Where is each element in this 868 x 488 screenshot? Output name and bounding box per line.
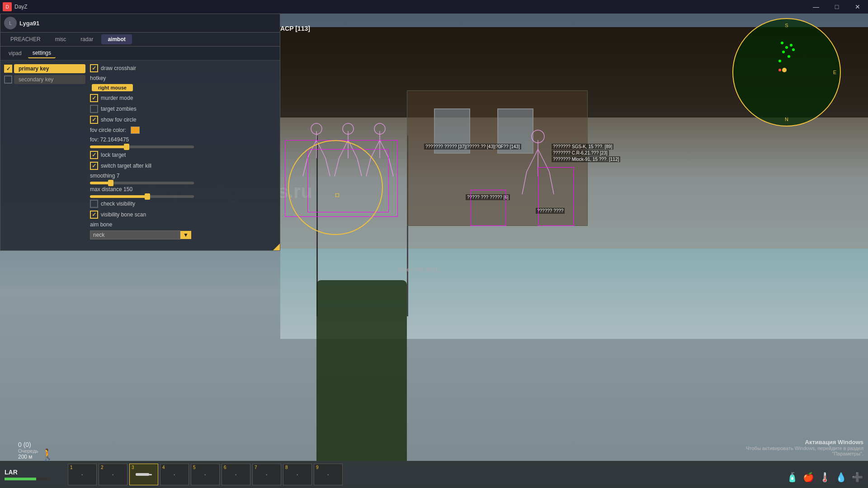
murder-mode-checkbox[interactable]: [90, 94, 98, 102]
key-column: primary key secondary key: [4, 64, 85, 242]
minimap-dot-7: [778, 60, 781, 62]
esp-box-3: [470, 190, 506, 226]
minimap-dot-1: [781, 42, 783, 44]
queue-value: 200 м: [18, 454, 38, 460]
hotkey-value-row: right mouse: [90, 84, 276, 91]
slot-number-9: 9: [316, 465, 319, 470]
esp-label-2: ??????? SGS-K, 15 ???. [89]: [552, 144, 613, 150]
sub-tab-bar: vipad settings: [0, 47, 280, 61]
target-zombies-label: target zombies: [101, 106, 137, 112]
max-distance-row: max distance 150: [90, 186, 276, 192]
tab-radar[interactable]: radar: [74, 34, 99, 44]
slot-number-5: 5: [193, 465, 196, 470]
weapon-slot-6[interactable]: 6 ▪: [222, 464, 250, 485]
smoothing-label: smoothing 7: [90, 173, 119, 179]
sub-tab-settings[interactable]: settings: [28, 48, 56, 58]
minimap-east-label: E: [833, 70, 836, 75]
aim-bone-label: aim bone: [90, 221, 112, 228]
health-icon: ➕: [851, 471, 863, 483]
aim-bone-select[interactable]: neck: [90, 230, 180, 239]
titlebar-controls: — □ ✕: [806, 0, 868, 14]
draw-crosshair-checkbox[interactable]: [90, 64, 98, 72]
avatar: L: [4, 17, 17, 29]
tab-preacher[interactable]: PREACHER: [4, 34, 47, 44]
hud-weapon-label: ACP [113]: [280, 25, 310, 32]
primary-key-checkbox[interactable]: [4, 65, 12, 73]
minimize-button[interactable]: —: [806, 0, 826, 14]
lock-target-label: lock target: [101, 152, 126, 158]
show-fov-checkbox[interactable]: [90, 116, 98, 124]
esp-label-4: ??????? Mlock-91, 15 ???. [112]: [552, 156, 620, 162]
minimap-dot-6: [792, 48, 795, 51]
weapon-slot-3[interactable]: 3: [129, 464, 158, 485]
aim-bone-dropdown-button[interactable]: ▼: [180, 231, 191, 239]
weapon-slot-1[interactable]: 1 ▪: [68, 464, 97, 485]
aim-bone-select-row: neck ▼: [90, 230, 276, 239]
character-icon: 🚶: [41, 448, 54, 461]
health-bar: [5, 478, 50, 480]
hotkey-button[interactable]: right mouse: [92, 84, 133, 91]
secondary-key-checkbox[interactable]: [4, 75, 12, 84]
slot-number-8: 8: [285, 465, 288, 470]
esp-box-2: [307, 149, 389, 212]
hotkey-row: hotkey: [90, 75, 276, 81]
weapon-slot-9[interactable]: 9 ▪: [314, 464, 343, 485]
weapon-slot-5[interactable]: 5 ▪: [191, 464, 220, 485]
slot-number-3: 3: [132, 465, 134, 470]
show-fov-label: show fov circle: [101, 117, 137, 123]
smoothing-row: smoothing 7: [90, 173, 276, 179]
visibility-bone-scan-checkbox[interactable]: [90, 211, 98, 219]
slot-number-4: 4: [162, 465, 165, 470]
max-distance-slider[interactable]: [90, 195, 194, 198]
switch-target-row: switch target after kill: [90, 162, 276, 170]
target-zombies-row: target zombies: [90, 105, 276, 113]
target-zombies-checkbox[interactable]: [90, 105, 98, 113]
queue-label: Очередь: [18, 448, 38, 454]
smoothing-slider[interactable]: [90, 182, 194, 184]
titlebar-title: DayZ: [14, 4, 806, 10]
ammo-count: 0 (0): [18, 441, 38, 448]
weapon-slot-8[interactable]: 8 ▪: [283, 464, 312, 485]
fov-value-row: fov: 72.1649475: [90, 136, 276, 143]
bottom-hud: LAR 1 ▪ 2 ▪ 3 4 ▪ 5 ▪: [0, 461, 868, 488]
minimap-north-label: S: [785, 23, 788, 28]
weapon-slots: 1 ▪ 2 ▪ 3 4 ▪ 5 ▪ 6 ▪ 7 ▪: [68, 464, 343, 485]
primary-key-button[interactable]: primary key: [14, 64, 85, 73]
tab-bar: PREACHER misc radar aimbot: [0, 33, 280, 47]
fov-color-row: fov circle color:: [90, 127, 276, 134]
current-weapon-info: 0 (0) Очередь 200 м: [18, 441, 38, 460]
windows-activation-desc: Чтобы активировать Windows, перейдите в …: [737, 446, 863, 456]
sub-tab-vipad[interactable]: vipad: [4, 49, 26, 58]
svg-rect-24: [136, 473, 149, 476]
fov-color-swatch[interactable]: [131, 127, 140, 134]
check-visibility-row: check visibility: [90, 200, 276, 208]
check-visibility-checkbox[interactable]: [90, 200, 98, 208]
switch-target-checkbox[interactable]: [90, 162, 98, 170]
hotkey-label: hotkey: [90, 75, 106, 81]
panel-resize-handle[interactable]: [273, 244, 280, 250]
weapon-slot-7[interactable]: 7 ▪: [252, 464, 281, 485]
maximize-button[interactable]: □: [826, 0, 847, 14]
weapon-slot-2[interactable]: 2 ▪: [99, 464, 127, 485]
minimap: S N E: [732, 18, 841, 127]
minimap-player-dot: [782, 68, 787, 72]
fov-slider[interactable]: [90, 145, 194, 148]
check-visibility-label: check visibility: [101, 201, 135, 207]
windows-activation-title: Активация Windows: [737, 439, 863, 446]
temp-icon: 🌡️: [818, 471, 831, 483]
murder-mode-row: murder mode: [90, 94, 276, 102]
weapon-slot-4[interactable]: 4 ▪: [160, 464, 189, 485]
slot-number-1: 1: [70, 465, 73, 470]
tab-misc[interactable]: misc: [49, 34, 73, 44]
tab-aimbot[interactable]: aimbot: [101, 34, 132, 44]
lock-target-checkbox[interactable]: [90, 151, 98, 159]
status-icons: 🧴 🍎 🌡️ 💧 ➕: [786, 471, 863, 483]
secondary-key-button[interactable]: secondary key: [14, 75, 85, 84]
max-distance-label: max distance 150: [90, 186, 132, 192]
aim-bone-label-row: aim bone: [90, 221, 276, 228]
weapon-info-section: LAR: [5, 469, 50, 480]
lock-target-row: lock target: [90, 151, 276, 159]
minimap-dot-4: [788, 55, 790, 58]
close-button[interactable]: ✕: [847, 0, 868, 14]
panel-content: primary key secondary key draw crosshair…: [0, 61, 280, 246]
